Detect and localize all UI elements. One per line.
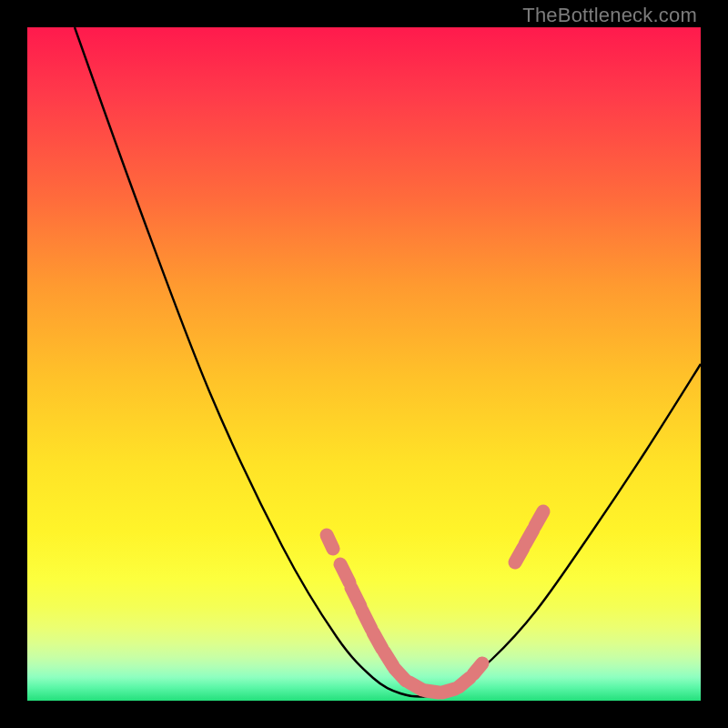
curve-marker <box>459 678 470 687</box>
curve-svg <box>27 27 701 701</box>
curve-marker <box>535 511 543 526</box>
curve-marker <box>473 663 482 674</box>
curve-marker <box>340 564 349 582</box>
outer-frame: TheBottleneck.com <box>0 0 728 728</box>
curve-marker <box>362 611 371 629</box>
curve-marker <box>351 588 360 606</box>
watermark-text: TheBottleneck.com <box>522 4 697 27</box>
curve-marker <box>327 535 333 549</box>
bottleneck-curve-path <box>75 27 701 696</box>
